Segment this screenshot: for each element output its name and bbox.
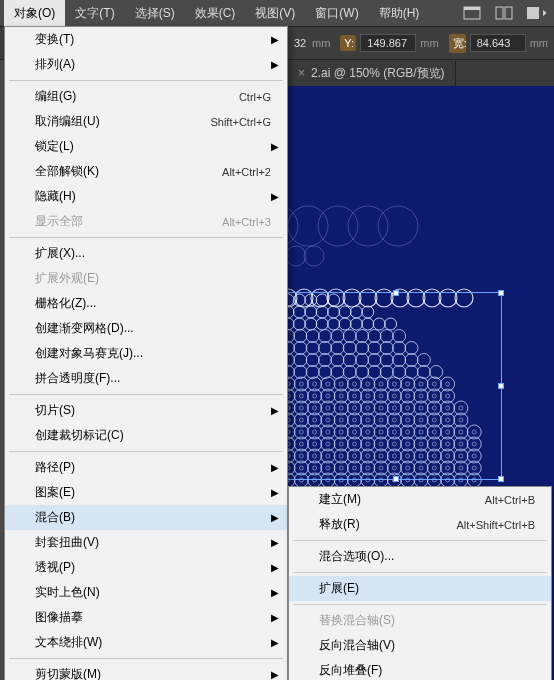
menu-select[interactable]: 选择(S) bbox=[125, 0, 185, 27]
svg-point-12 bbox=[304, 246, 324, 266]
submenu-arrow-icon: ▶ bbox=[271, 512, 279, 523]
document-tab[interactable]: × 2.ai @ 150% (RGB/预览) bbox=[288, 61, 456, 86]
submenu-arrow-icon: ▶ bbox=[271, 405, 279, 416]
blend-submenu: 建立(M)Alt+Ctrl+B释放(R)Alt+Shift+Ctrl+B混合选项… bbox=[288, 486, 552, 680]
workspace-icon[interactable] bbox=[462, 4, 482, 22]
shortcut-label: Alt+Ctrl+3 bbox=[222, 216, 271, 228]
object-menu-item[interactable]: 实时上色(N)▶ bbox=[5, 580, 287, 605]
object-menu-item[interactable]: 创建对象马赛克(J)... bbox=[5, 341, 287, 366]
svg-point-8 bbox=[348, 206, 388, 246]
selection-handle[interactable] bbox=[498, 383, 504, 389]
menu-item-label: 创建渐变网格(D)... bbox=[35, 320, 134, 337]
blend-menu-item[interactable]: 扩展(E) bbox=[289, 576, 551, 601]
object-menu-item[interactable]: 图案(E)▶ bbox=[5, 480, 287, 505]
menu-item-label: 扩展外观(E) bbox=[35, 270, 99, 287]
shortcut-label: Ctrl+G bbox=[239, 91, 271, 103]
menu-item-label: 反向堆叠(F) bbox=[319, 662, 382, 679]
object-menu-item[interactable]: 封套扭曲(V)▶ bbox=[5, 530, 287, 555]
object-menu-item[interactable]: 栅格化(Z)... bbox=[5, 291, 287, 316]
menu-window[interactable]: 窗口(W) bbox=[305, 0, 368, 27]
shortcut-label: Alt+Shift+Ctrl+B bbox=[456, 519, 535, 531]
menu-item-label: 扩展(X)... bbox=[35, 245, 85, 262]
shortcut-label: Shift+Ctrl+G bbox=[210, 116, 271, 128]
object-menu-item[interactable]: 文本绕排(W)▶ bbox=[5, 630, 287, 655]
svg-point-9 bbox=[378, 206, 418, 246]
menu-item-label: 释放(R) bbox=[319, 516, 360, 533]
menu-item-label: 编组(G) bbox=[35, 88, 76, 105]
object-menu-item[interactable]: 编组(G)Ctrl+G bbox=[5, 84, 287, 109]
menu-item-label: 创建对象马赛克(J)... bbox=[35, 345, 143, 362]
object-menu-item[interactable]: 创建渐变网格(D)... bbox=[5, 316, 287, 341]
svg-rect-4 bbox=[527, 7, 539, 19]
y-label: Y: bbox=[340, 35, 356, 51]
object-menu-item[interactable]: 全部解锁(K)Alt+Ctrl+2 bbox=[5, 159, 287, 184]
menu-object[interactable]: 对象(O) bbox=[4, 0, 65, 27]
blend-menu-item[interactable]: 反向混合轴(V) bbox=[289, 633, 551, 658]
object-menu-item[interactable]: 拼合透明度(F)... bbox=[5, 366, 287, 391]
object-menu-item[interactable]: 变换(T)▶ bbox=[5, 27, 287, 52]
menu-item-label: 全部解锁(K) bbox=[35, 163, 99, 180]
menu-item-label: 锁定(L) bbox=[35, 138, 74, 155]
submenu-arrow-icon: ▶ bbox=[271, 487, 279, 498]
blend-menu-item[interactable]: 混合选项(O)... bbox=[289, 544, 551, 569]
menu-item-label: 排列(A) bbox=[35, 56, 75, 73]
arrange-icon[interactable] bbox=[494, 4, 514, 22]
menu-help[interactable]: 帮助(H) bbox=[369, 0, 430, 27]
submenu-arrow-icon: ▶ bbox=[271, 537, 279, 548]
object-menu-item[interactable]: 创建裁切标记(C) bbox=[5, 423, 287, 448]
submenu-arrow-icon: ▶ bbox=[271, 587, 279, 598]
menu-item-label: 反向混合轴(V) bbox=[319, 637, 395, 654]
object-menu-item[interactable]: 剪切蒙版(M)▶ bbox=[5, 662, 287, 680]
document-tabs: × 2.ai @ 150% (RGB/预览) bbox=[288, 60, 554, 86]
close-icon[interactable]: × bbox=[298, 66, 305, 80]
submenu-arrow-icon: ▶ bbox=[271, 612, 279, 623]
object-menu-item: 扩展外观(E) bbox=[5, 266, 287, 291]
x-value-suffix: 32 bbox=[288, 35, 308, 51]
object-menu-item[interactable]: 图像描摹▶ bbox=[5, 605, 287, 630]
object-menu-item: 显示全部Alt+Ctrl+3 bbox=[5, 209, 287, 234]
svg-point-7 bbox=[318, 206, 358, 246]
selection-handle[interactable] bbox=[498, 290, 504, 296]
svg-point-5 bbox=[288, 206, 298, 246]
object-menu-item[interactable]: 扩展(X)... bbox=[5, 241, 287, 266]
menu-item-label: 文本绕排(W) bbox=[35, 634, 102, 651]
object-menu-item[interactable]: 锁定(L)▶ bbox=[5, 134, 287, 159]
menu-type[interactable]: 文字(T) bbox=[65, 0, 124, 27]
w-input[interactable]: 84.643 bbox=[470, 34, 526, 52]
selection-handle[interactable] bbox=[393, 476, 399, 482]
blend-menu-item: 替换混合轴(S) bbox=[289, 608, 551, 633]
menu-item-label: 路径(P) bbox=[35, 459, 75, 476]
object-menu: 变换(T)▶排列(A)▶编组(G)Ctrl+G取消编组(U)Shift+Ctrl… bbox=[4, 26, 288, 680]
blend-menu-item[interactable]: 释放(R)Alt+Shift+Ctrl+B bbox=[289, 512, 551, 537]
object-menu-item[interactable]: 排列(A)▶ bbox=[5, 52, 287, 77]
w-label: 宽: bbox=[449, 34, 466, 53]
svg-point-6 bbox=[288, 206, 328, 246]
submenu-arrow-icon: ▶ bbox=[271, 462, 279, 473]
object-menu-item[interactable]: 切片(S)▶ bbox=[5, 398, 287, 423]
y-input[interactable]: 149.867 bbox=[360, 34, 416, 52]
object-menu-item[interactable]: 取消编组(U)Shift+Ctrl+G bbox=[5, 109, 287, 134]
menu-item-label: 扩展(E) bbox=[319, 580, 359, 597]
blend-menu-item[interactable]: 反向堆叠(F) bbox=[289, 658, 551, 680]
blend-menu-item[interactable]: 建立(M)Alt+Ctrl+B bbox=[289, 487, 551, 512]
selection-handle[interactable] bbox=[498, 476, 504, 482]
x-unit: mm bbox=[312, 37, 330, 49]
submenu-arrow-icon: ▶ bbox=[271, 669, 279, 680]
tab-title: 2.ai @ 150% (RGB/预览) bbox=[311, 65, 445, 82]
object-menu-item[interactable]: 路径(P)▶ bbox=[5, 455, 287, 480]
svg-rect-3 bbox=[505, 7, 512, 19]
menu-item-label: 显示全部 bbox=[35, 213, 83, 230]
submenu-arrow-icon: ▶ bbox=[271, 191, 279, 202]
menu-item-label: 取消编组(U) bbox=[35, 113, 100, 130]
menu-view[interactable]: 视图(V) bbox=[245, 0, 305, 27]
menu-item-label: 创建裁切标记(C) bbox=[35, 427, 124, 444]
shortcut-label: Alt+Ctrl+B bbox=[485, 494, 535, 506]
selection-box bbox=[288, 292, 502, 480]
object-menu-item[interactable]: 混合(B)▶ bbox=[5, 505, 287, 530]
menu-effect[interactable]: 效果(C) bbox=[185, 0, 246, 27]
object-menu-item[interactable]: 隐藏(H)▶ bbox=[5, 184, 287, 209]
object-menu-item[interactable]: 透视(P)▶ bbox=[5, 555, 287, 580]
layout-icon[interactable] bbox=[526, 4, 546, 22]
selection-handle[interactable] bbox=[393, 290, 399, 296]
svg-point-11 bbox=[288, 246, 306, 266]
